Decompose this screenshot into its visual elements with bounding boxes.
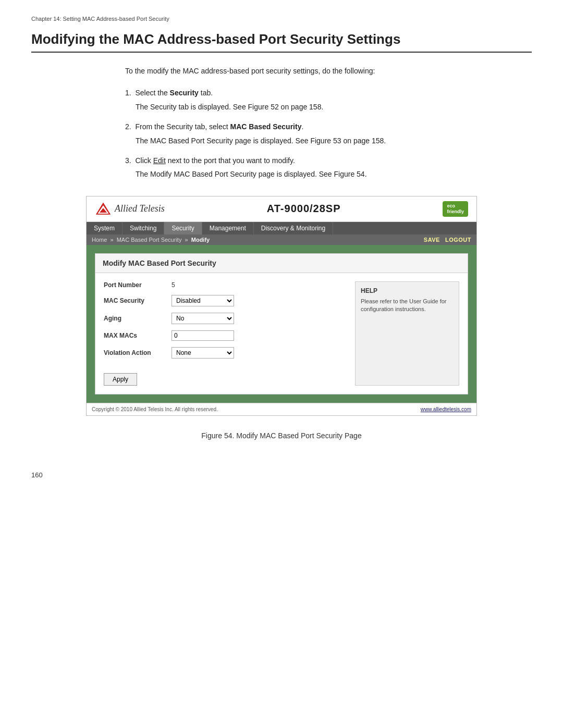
- nav-security[interactable]: Security: [164, 222, 202, 235]
- step-1: 1. Select the Security tab. The Security…: [125, 87, 459, 113]
- label-aging: Aging: [104, 315, 172, 322]
- breadcrumb: Home » MAC Based Port Security » Modify: [92, 237, 210, 243]
- content-area: Modify MAC Based Port Security Port Numb…: [87, 245, 476, 403]
- nav-switching[interactable]: Switching: [123, 222, 164, 235]
- form-panel-title: Modify MAC Based Port Security: [95, 254, 468, 273]
- field-violation-action: Violation Action None Discard: [104, 347, 345, 359]
- step-2: 2. From the Security tab, select MAC Bas…: [125, 121, 459, 146]
- at-model: AT-9000/28SP: [267, 203, 341, 215]
- breadcrumb-actions: SAVE LOGOUT: [424, 237, 471, 243]
- nav-management[interactable]: Management: [202, 222, 254, 235]
- select-violation-action[interactable]: None Discard: [172, 347, 234, 359]
- field-mac-security: MAC Security Disabled Enabled: [104, 295, 345, 306]
- step-3-detail: The Modify MAC Based Port Security page …: [136, 168, 459, 180]
- form-fields: Port Number 5 MAC Security Disabled Enab…: [104, 281, 345, 386]
- field-max-macs: MAX MACs: [104, 330, 345, 341]
- at-logo: Allied Telesis: [95, 201, 165, 217]
- select-aging[interactable]: No Yes: [172, 313, 234, 324]
- at-footer: Copyright © 2010 Allied Telesis Inc. All…: [87, 403, 476, 415]
- breadcrumb-current: Modify: [191, 237, 210, 243]
- step-2-text: 2. From the Security tab, select MAC Bas…: [125, 121, 459, 132]
- breadcrumb-bar: Home » MAC Based Port Security » Modify …: [87, 235, 476, 245]
- step-3: 3. Click Edit next to the port that you …: [125, 155, 459, 180]
- at-header: Allied Telesis AT-9000/28SP eco friendly: [87, 196, 476, 222]
- page-number: 160: [31, 471, 532, 479]
- figure-caption: Figure 54. Modify MAC Based Port Securit…: [31, 431, 532, 440]
- label-mac-security: MAC Security: [104, 297, 172, 304]
- eco-label: eco: [447, 203, 464, 209]
- footer-link[interactable]: www.alliedtelesis.com: [421, 406, 471, 412]
- label-violation-action: Violation Action: [104, 349, 172, 356]
- step-2-detail: The MAC Based Port Security page is disp…: [136, 135, 459, 146]
- page-title: Modifying the MAC Address-based Port Sec…: [31, 31, 532, 53]
- step-3-text: 3. Click Edit next to the port that you …: [125, 155, 459, 166]
- label-port-number: Port Number: [104, 281, 172, 289]
- chapter-header: Chapter 14: Setting MAC Address-based Po…: [31, 16, 532, 22]
- help-panel: HELP Please refer to the User Guide for …: [355, 281, 459, 386]
- field-aging: Aging No Yes: [104, 313, 345, 324]
- step-1-text: 1. Select the Security tab.: [125, 87, 459, 98]
- at-logo-svg: [95, 201, 112, 217]
- steps-container: 1. Select the Security tab. The Security…: [125, 87, 459, 180]
- form-body: Port Number 5 MAC Security Disabled Enab…: [95, 273, 468, 394]
- screenshot: Allied Telesis AT-9000/28SP eco friendly…: [86, 196, 477, 416]
- eco-sublabel: friendly: [447, 209, 464, 215]
- nav-system[interactable]: System: [87, 222, 123, 235]
- edit-link[interactable]: Edit: [153, 156, 166, 165]
- input-max-macs[interactable]: [172, 330, 234, 341]
- select-mac-security[interactable]: Disabled Enabled: [172, 295, 234, 306]
- apply-button[interactable]: Apply: [104, 373, 137, 386]
- step-1-detail: The Security tab is displayed. See Figur…: [136, 101, 459, 113]
- help-title: HELP: [361, 287, 454, 294]
- form-panel: Modify MAC Based Port Security Port Numb…: [95, 253, 468, 394]
- step-2-bold: MAC Based Security: [230, 122, 302, 131]
- help-text: Please refer to the User Guide for confi…: [361, 298, 454, 314]
- label-max-macs: MAX MACs: [104, 332, 172, 339]
- logout-action[interactable]: LOGOUT: [445, 237, 471, 243]
- eco-badge: eco friendly: [443, 201, 468, 217]
- field-port-number: Port Number 5: [104, 281, 345, 289]
- at-logo-text: Allied Telesis: [115, 203, 165, 214]
- intro-text: To the modify the MAC address-based port…: [125, 65, 448, 77]
- step-1-bold: Security: [170, 89, 199, 97]
- nav-bar: System Switching Security Management Dis…: [87, 222, 476, 235]
- footer-copyright: Copyright © 2010 Allied Telesis Inc. All…: [92, 406, 218, 412]
- nav-discovery[interactable]: Discovery & Monitoring: [254, 222, 333, 235]
- save-action[interactable]: SAVE: [424, 237, 440, 243]
- value-port-number: 5: [172, 281, 175, 289]
